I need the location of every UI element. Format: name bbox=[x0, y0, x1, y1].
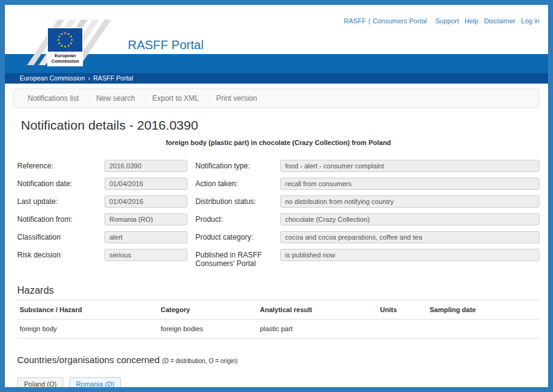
field-value-product: chocolate (Crazy Collection) bbox=[280, 213, 539, 225]
link-rasff[interactable]: RASFF bbox=[344, 17, 366, 25]
field-label-reference: Reference: bbox=[17, 160, 104, 170]
portal-title: RASFF Portal bbox=[128, 38, 203, 52]
link-consumers-portal[interactable]: Consumers Portal bbox=[372, 17, 426, 25]
ec-logo[interactable]: European Commission bbox=[18, 11, 123, 76]
field-label-notification-date: Notification date: bbox=[17, 178, 104, 188]
country-button-poland: Poland (O) bbox=[17, 377, 63, 391]
main-menu: Notifications list New search Export to … bbox=[14, 88, 539, 108]
page-frame: RASFF|Consumers PortalSupportHelpDisclai… bbox=[0, 0, 553, 392]
field-value-published-status: is published now bbox=[280, 249, 539, 261]
nav-print-version[interactable]: Print version bbox=[208, 94, 266, 103]
countries-heading: Countries/organisations concerned(D = di… bbox=[17, 355, 539, 365]
cell-substance: foreign body bbox=[17, 319, 159, 339]
cell-sampling-date bbox=[427, 319, 539, 339]
hazards-table: Substance / Hazard Category Analytical r… bbox=[17, 300, 539, 339]
countries-heading-text: Countries/organisations concerned bbox=[17, 355, 160, 365]
country-buttons: Poland (O) Romania (D) bbox=[17, 377, 539, 391]
field-value-product-category: cocoa and cocoa preparations, coffee and… bbox=[280, 231, 539, 243]
field-label-risk-decision: Risk decision bbox=[17, 249, 104, 259]
cell-category: foreign bodies bbox=[159, 319, 258, 339]
field-value-last-update: 01/04/2016 bbox=[104, 195, 187, 208]
main-content: Notification details - 2016.0390 foreign… bbox=[5, 118, 548, 391]
hazards-header-row: Substance / Hazard Category Analytical r… bbox=[17, 300, 539, 319]
link-support[interactable]: Support bbox=[436, 17, 460, 25]
field-value-risk-decision: serious bbox=[104, 249, 187, 261]
field-label-classification: Classification bbox=[17, 231, 104, 241]
field-label-action-taken: Action taken: bbox=[195, 178, 280, 188]
col-substance-hazard: Substance / Hazard bbox=[17, 300, 159, 319]
link-help[interactable]: Help bbox=[465, 17, 479, 25]
field-value-reference: 2016.0390 bbox=[104, 160, 187, 172]
field-value-notification-from: Romania (RO) bbox=[104, 213, 187, 225]
field-label-published-status: Published in RASFF Consumers' Portal bbox=[195, 249, 280, 268]
site-header: RASFF|Consumers PortalSupportHelpDisclai… bbox=[5, 5, 548, 84]
link-login[interactable]: Log in bbox=[521, 17, 539, 25]
col-units: Units bbox=[378, 300, 428, 319]
field-value-notification-date: 01/04/2016 bbox=[104, 178, 187, 190]
field-value-notification-type: food - alert - consumer complaint bbox=[280, 160, 539, 172]
field-label-notification-type: Notification type: bbox=[195, 160, 280, 170]
nav-export-xml[interactable]: Export to XML bbox=[144, 94, 208, 103]
col-analytical-result: Analytical result bbox=[257, 300, 378, 319]
col-sampling-date: Sampling date bbox=[427, 300, 539, 319]
country-button-romania[interactable]: Romania (D) bbox=[69, 377, 121, 391]
field-value-classification: alert bbox=[104, 231, 187, 243]
field-value-distribution-status: no distribution from notifying country bbox=[280, 195, 539, 208]
nav-new-search[interactable]: New search bbox=[87, 94, 143, 103]
notification-subtitle: foreign body (plastic part) in chocolate… bbox=[17, 139, 539, 146]
field-label-last-update: Last update: bbox=[17, 195, 104, 206]
col-category: Category bbox=[159, 300, 258, 319]
field-label-distribution-status: Distribution status: bbox=[195, 195, 280, 206]
page-title: Notification details - 2016.0390 bbox=[21, 118, 539, 133]
hazards-heading: Hazards bbox=[17, 285, 539, 296]
field-label-notification-from: Notification from: bbox=[17, 213, 104, 224]
notification-fields: Reference: 2016.0390 Notification type: … bbox=[17, 160, 539, 268]
cell-analytical-result: plastic part bbox=[257, 319, 378, 339]
top-links-separator: | bbox=[369, 17, 371, 25]
ec-logo-card: European Commission bbox=[47, 28, 83, 66]
cell-units bbox=[378, 319, 428, 339]
nav-notifications-list[interactable]: Notifications list bbox=[19, 94, 87, 103]
countries-note: (D = distribution, O = origin) bbox=[162, 358, 238, 364]
field-label-product-category: Product category: bbox=[195, 231, 280, 241]
ec-logo-label: European Commission bbox=[47, 52, 83, 64]
link-disclaimer[interactable]: Disclaimer bbox=[484, 17, 516, 25]
top-links: RASFF|Consumers PortalSupportHelpDisclai… bbox=[344, 17, 539, 25]
eu-flag-icon bbox=[48, 28, 82, 52]
hazard-row: foreign body foreign bodies plastic part bbox=[17, 319, 539, 339]
field-label-product: Product: bbox=[195, 213, 280, 224]
field-value-action-taken: recall from consumers bbox=[280, 178, 539, 190]
